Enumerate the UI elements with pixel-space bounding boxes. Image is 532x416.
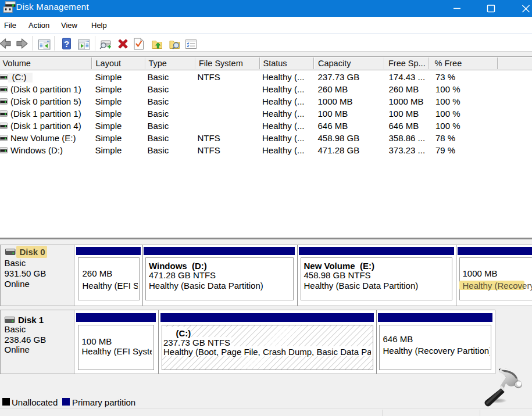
svg-text:?: ? <box>63 38 69 48</box>
